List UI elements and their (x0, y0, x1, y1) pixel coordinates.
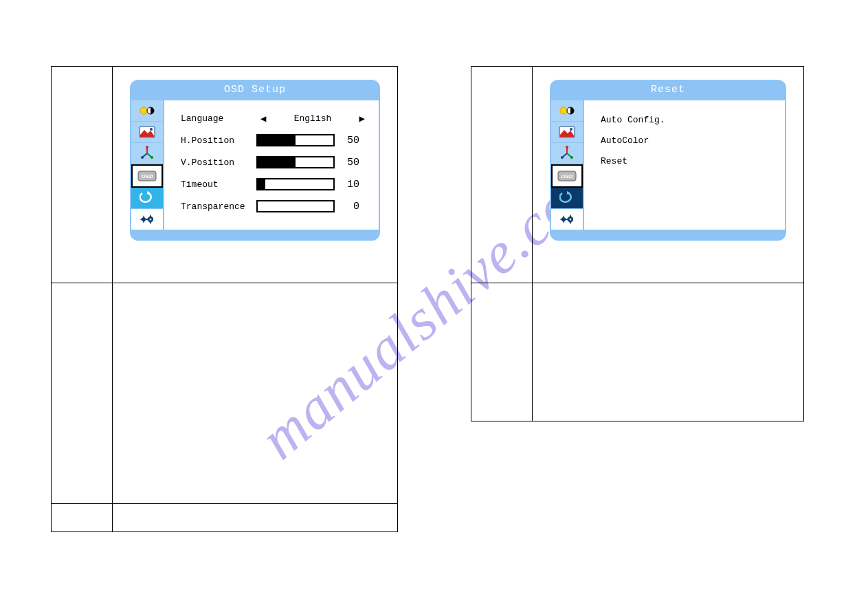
h-position-value: 50 (340, 135, 359, 146)
svg-point-22 (566, 146, 568, 149)
osd-setup-panel: OSD Setup (130, 80, 380, 241)
image-icon[interactable] (551, 122, 583, 143)
auto-config-item[interactable]: Auto Config. (601, 110, 775, 131)
timeout-value: 10 (340, 179, 359, 190)
left-arrow-icon[interactable]: ◀ (260, 113, 266, 124)
language-label: Language (181, 113, 256, 124)
color-temp-icon[interactable] (131, 143, 163, 164)
svg-point-7 (146, 146, 148, 149)
reset-panel: Reset (550, 80, 786, 241)
language-row[interactable]: Language ◀ English ▶ (181, 107, 369, 129)
right-arrow-icon[interactable]: ▶ (359, 113, 365, 124)
reset-icon[interactable] (131, 188, 163, 209)
misc-icon[interactable] (131, 209, 163, 230)
reset-content: Auto Config. AutoColor Reset (584, 100, 785, 230)
auto-color-item[interactable]: AutoColor (601, 131, 775, 151)
reset-item[interactable]: Reset (601, 151, 775, 172)
transparence-row[interactable]: Transparence 0 (181, 195, 369, 217)
svg-point-24 (570, 156, 573, 159)
svg-point-9 (151, 156, 153, 159)
svg-point-23 (561, 156, 564, 159)
svg-point-29 (570, 219, 572, 221)
h-position-bar[interactable] (256, 134, 335, 146)
timeout-bar[interactable] (256, 178, 335, 190)
v-position-bar[interactable] (256, 156, 335, 168)
brightness-contrast-icon[interactable] (551, 100, 583, 122)
osd-icon[interactable]: OSD (131, 164, 163, 188)
v-position-row[interactable]: V.Position 50 (181, 151, 369, 173)
reset-icon[interactable] (551, 188, 583, 209)
transparence-value: 0 (340, 201, 359, 212)
svg-point-6 (150, 128, 153, 131)
svg-point-14 (150, 219, 152, 221)
svg-point-12 (142, 217, 146, 221)
misc-icon[interactable] (551, 209, 583, 230)
timeout-label: Timeout (181, 179, 256, 190)
color-temp-icon[interactable] (551, 143, 583, 164)
transparence-label: Transparence (181, 201, 256, 212)
svg-point-27 (561, 217, 566, 221)
svg-point-15 (560, 107, 567, 114)
svg-point-21 (570, 128, 572, 131)
manual-table-right: Reset (471, 66, 804, 421)
osd-sidebar: OSD (131, 100, 164, 230)
reset-title: Reset (551, 81, 785, 99)
brightness-contrast-icon[interactable] (131, 100, 163, 122)
timeout-row[interactable]: Timeout 10 (181, 173, 369, 195)
language-value: English (266, 113, 359, 124)
image-icon[interactable] (131, 122, 163, 143)
transparence-bar[interactable] (256, 200, 335, 212)
svg-text:OSD: OSD (561, 173, 573, 179)
osd-content: Language ◀ English ▶ H.Position (164, 100, 379, 230)
osd-title: OSD Setup (131, 81, 379, 99)
reset-sidebar: OSD (551, 100, 584, 230)
v-position-label: V.Position (181, 157, 256, 168)
svg-text:OSD: OSD (141, 173, 153, 179)
h-position-row[interactable]: H.Position 50 (181, 129, 369, 151)
svg-point-0 (140, 107, 147, 114)
manual-table-left: OSD Setup (51, 66, 398, 532)
h-position-label: H.Position (181, 135, 256, 146)
svg-point-8 (141, 156, 144, 159)
osd-icon[interactable]: OSD (551, 164, 583, 188)
v-position-value: 50 (340, 157, 359, 168)
